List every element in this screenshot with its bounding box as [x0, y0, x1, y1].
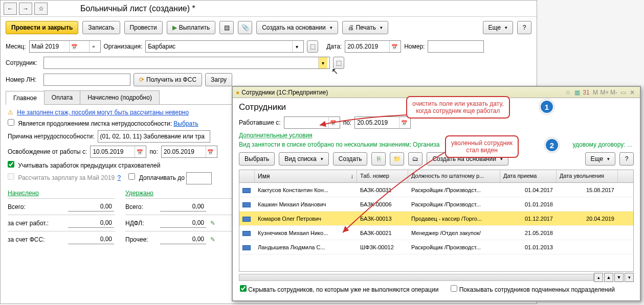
continuation-checkbox[interactable]: [8, 119, 14, 126]
list-icon-button[interactable]: ▤: [219, 21, 234, 34]
help-button-2[interactable]: ?: [619, 152, 634, 166]
table-row[interactable]: Ландышева Людмила С...ШФЗК-00012Раскройщ…: [239, 240, 633, 254]
pay-button[interactable]: ▶Выплатить: [167, 21, 216, 34]
chevron-down-icon[interactable]: ▾: [292, 41, 301, 52]
release-to-input[interactable]: 20.05.2019 📅: [161, 146, 217, 158]
date-input[interactable]: 20.05.2019 📅: [345, 40, 401, 53]
callout-1: очистить поле или указать дату, когда со…: [406, 96, 510, 119]
print-button[interactable]: 🖨Печать: [342, 21, 388, 34]
list-view-button[interactable]: Вид списка: [279, 152, 328, 166]
scroll-up[interactable]: ▲: [604, 273, 613, 282]
tab-accrued[interactable]: Начислено (подробно): [80, 90, 160, 104]
calendar-icon[interactable]: 📅: [69, 41, 78, 52]
reason-value: (01, 02, 10, 11) Заболевание или тра: [100, 133, 205, 140]
more-button-2[interactable]: Еще: [585, 152, 615, 166]
col-name[interactable]: Имя ↓: [255, 170, 357, 182]
card-icon: [242, 231, 251, 236]
release-from-input[interactable]: 10.05.2019 📅: [90, 146, 146, 158]
continuation-label: Является продолжением листка нетрудоспос…: [18, 120, 172, 127]
page-title: Больничный лист (создание) *: [50, 4, 195, 13]
get-fss-button[interactable]: ⟳Получить из ФСС: [134, 73, 202, 86]
calendar-icon[interactable]: 📅: [206, 146, 215, 157]
prev-earn-checkbox[interactable]: [8, 161, 14, 168]
help-button[interactable]: ?: [517, 21, 531, 34]
tab-main[interactable]: Главное: [6, 91, 45, 105]
back-button[interactable]: ←: [4, 3, 17, 15]
worked-to-input[interactable]: 20.05.2019 📅: [354, 116, 411, 129]
calc-help-link[interactable]: ?: [117, 174, 121, 181]
card-icon: [242, 188, 251, 193]
fav-icon[interactable]: ☆: [563, 89, 572, 96]
load-button[interactable]: Загру: [205, 73, 232, 86]
col-pos[interactable]: Должность по штатному р...: [408, 170, 500, 182]
show-sub-checkbox[interactable]: [451, 285, 457, 292]
scroll-bottom[interactable]: ▾: [625, 273, 634, 282]
spinner-icon[interactable]: ÷: [89, 41, 98, 52]
m-plus-button[interactable]: M+: [600, 89, 609, 96]
main-toolbar: Провести и закрыть Записать Провести ▶Вы…: [1, 17, 537, 38]
badge-1: 1: [540, 100, 554, 114]
close-button[interactable]: ✕: [628, 89, 637, 96]
ln-input[interactable]: [43, 74, 130, 86]
select-button[interactable]: Выбрать: [239, 152, 275, 166]
select-continuation-link[interactable]: Выбрать: [173, 120, 198, 127]
scroll-down[interactable]: ▼: [614, 273, 624, 282]
calendar-icon[interactable]: 📅: [135, 146, 144, 157]
chevron-down-icon[interactable]: ▾: [318, 57, 327, 68]
employee-open-button[interactable]: ⬚: [333, 57, 344, 69]
save-button[interactable]: Записать: [82, 21, 120, 34]
extra-pay-checkbox[interactable]: [128, 173, 135, 180]
col-tab[interactable]: Таб. номер: [357, 170, 408, 182]
org-input[interactable]: Барбарис ▾: [145, 40, 304, 53]
hide-checkbox[interactable]: [240, 285, 247, 292]
extra-conditions-link[interactable]: Дополнительные условия: [239, 132, 313, 139]
pencil-icon[interactable]: ✎: [210, 236, 215, 243]
col-hired[interactable]: Дата приема: [500, 170, 557, 182]
card-icon: [242, 217, 251, 222]
cell-pos: Менеджер /Отдел закупок/: [408, 228, 500, 238]
calendar-icon[interactable]: 📅: [399, 117, 408, 128]
worked-from-input[interactable]: 📅: [284, 116, 340, 129]
warning-text[interactable]: Не заполнен стаж, пособия могут быть рас…: [17, 109, 189, 116]
calendar-icon[interactable]: 📅: [389, 41, 398, 52]
pencil-icon[interactable]: ✎: [210, 220, 215, 227]
scroll-top[interactable]: ▴: [594, 273, 603, 282]
table-row[interactable]: Кузнечиков Михаил Нико...БАЗК-00021Менед…: [239, 226, 633, 240]
col-fired[interactable]: Дата увольнения: [557, 170, 618, 182]
calendar-icon[interactable]: 📅: [328, 117, 338, 128]
more-button[interactable]: Еще: [483, 21, 513, 34]
favorite-button[interactable]: ☆: [34, 3, 48, 15]
prev-earn-label: Учитывать заработок предыдущих страховат…: [18, 162, 160, 169]
card-button[interactable]: 🗂: [408, 152, 423, 166]
grid-icon[interactable]: ▦: [572, 89, 582, 96]
table-row[interactable]: Комаров Олег ПетровичБАЗК-00013Продавец …: [239, 212, 633, 226]
extra-pay-input[interactable]: [186, 172, 212, 184]
post-button[interactable]: Провести: [124, 21, 163, 34]
table-header: Имя ↓ Таб. номер Должность по штатному р…: [239, 170, 633, 183]
employee-row: Сотрудник: ▾ ⬚: [1, 55, 537, 71]
m-minus-button[interactable]: M-: [609, 89, 618, 96]
table-row[interactable]: Кашкин Михаил ИвановичБАЗК-00006Раскройщ…: [239, 197, 633, 212]
minimize-button[interactable]: ▭: [618, 89, 628, 96]
withheld-head: Удержано: [125, 190, 238, 197]
submit-close-button[interactable]: Провести и закрыть: [6, 21, 78, 34]
cell-pos: Раскройщик /Производст...: [408, 242, 500, 252]
folder-button[interactable]: 📁: [390, 152, 404, 166]
copy-button[interactable]: ⎘: [371, 152, 386, 166]
create-button[interactable]: Создать: [333, 152, 368, 166]
tab-payment[interactable]: Оплата: [44, 90, 80, 104]
app-icon: ●: [236, 89, 239, 96]
month-input[interactable]: Май 2019 📅 ÷: [29, 40, 101, 53]
create-based-button[interactable]: Создать на основании: [256, 21, 338, 34]
reason-input[interactable]: (01, 02, 10, 11) Заболевание или тра: [98, 130, 210, 143]
h-scrollbar[interactable]: [239, 274, 594, 281]
m-button[interactable]: M: [591, 89, 600, 96]
calendar-icon[interactable]: 31: [582, 89, 591, 96]
employee-input[interactable]: ▾: [43, 57, 330, 69]
table-row[interactable]: Кактусов Константин Кон...БАЗК-00031Раск…: [239, 183, 633, 197]
forward-button[interactable]: →: [19, 3, 32, 15]
attach-icon-button[interactable]: 📎: [238, 21, 252, 34]
org-open-button[interactable]: ⬚: [307, 40, 318, 53]
number-input[interactable]: [428, 40, 484, 53]
callout-2: уволенный сотрудник стал виден: [445, 135, 519, 158]
